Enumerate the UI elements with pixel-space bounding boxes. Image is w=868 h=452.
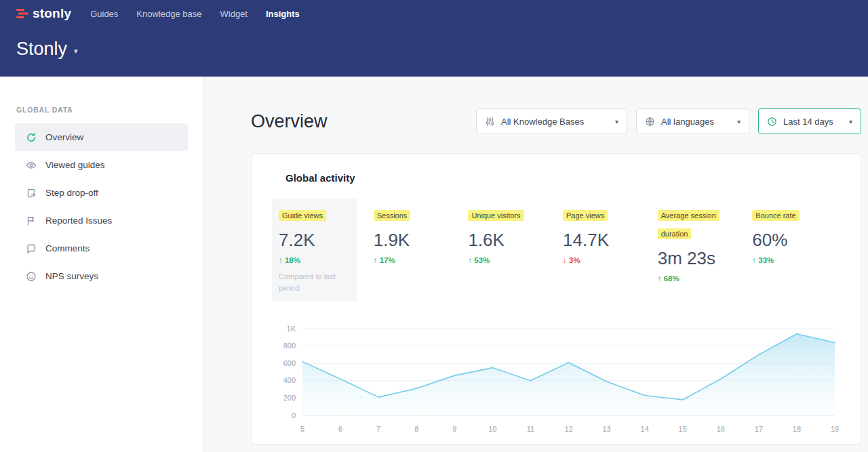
delta-arrow-icon: ↑ [468,256,472,264]
card-title: Global activity [252,154,861,184]
metric-label: Page views [563,210,608,221]
filter-languages[interactable]: All languages ▾ [636,108,749,134]
svg-text:14: 14 [641,425,649,433]
workspace-title: Stonly [16,39,67,60]
svg-text:12: 12 [564,425,572,433]
global-activity-chart: 02004006008001K5678910111213141516171819 [272,322,840,438]
smiley-icon [26,271,37,282]
flag-icon [26,215,37,226]
metric-value: 3m 23s [658,248,746,269]
workspace-switcher[interactable]: Stonly ▾ [16,39,852,60]
metric-compare-note: Compared to last period [279,271,341,293]
eye-icon [26,160,37,171]
sidebar: GLOBAL DATA Overview Viewed guides [0,77,203,452]
nav-item-widget[interactable]: Widget [220,9,248,19]
svg-text:13: 13 [602,425,610,433]
delta-value: 3% [569,256,580,264]
sidebar-item-label: Overview [45,132,83,142]
metric-unique-visitors[interactable]: Unique visitors 1.6K ↑ 53% [461,199,556,302]
metric-label: Sessions [374,210,411,221]
globe-icon [645,117,655,127]
sidebar-item-label: Reported Issues [45,215,112,226]
sidebar-item-label: Viewed guides [45,160,105,170]
chevron-down-icon: ▾ [74,47,78,56]
chevron-down-icon: ▾ [615,118,618,125]
metric-label: Bounce rate [752,210,799,221]
metric-delta: ↓ 3% [563,256,651,264]
metric-value: 60% [752,230,840,251]
sidebar-item-step-drop-off[interactable]: Step drop-off [15,179,188,207]
filter-label: All languages [661,117,714,127]
clock-icon [767,117,777,127]
filter-label: Last 14 days [783,117,833,127]
nav-item-guides[interactable]: Guides [90,9,118,19]
page-title: Overview [251,111,328,132]
svg-text:600: 600 [283,359,296,367]
metric-value: 1.9K [374,230,462,251]
metric-value: 7.2K [279,230,350,251]
metric-delta: ↑ 53% [468,256,556,264]
metric-label: Guide views [279,210,326,221]
sliders-icon [485,117,495,127]
comment-icon [26,243,37,254]
filter-knowledge-bases[interactable]: All Knowledge Bases ▾ [476,108,627,134]
delta-value: 68% [664,274,679,283]
delta-value: 17% [380,256,395,264]
metric-delta: ↑ 18% [279,256,350,264]
nav-item-insights[interactable]: Insights [266,9,300,19]
sidebar-item-viewed-guides[interactable]: Viewed guides [15,151,188,179]
sidebar-item-overview[interactable]: Overview [15,123,188,151]
app-header: stonly Guides Knowledge base Widget Insi… [0,0,868,77]
chevron-down-icon: ▾ [737,118,741,125]
brand-name: stonly [33,6,71,21]
delta-value: 18% [285,256,300,264]
sidebar-item-label: Comments [45,243,90,253]
metric-delta: ↑ 33% [752,256,840,264]
metric-avg-session-duration[interactable]: Average session duration 3m 23s ↑ 68% [651,199,746,302]
metric-guide-views[interactable]: Guide views 7.2K ↑ 18% Compared to last … [272,199,357,302]
sidebar-item-label: NPS surveys [45,271,98,281]
sidebar-section-label: GLOBAL DATA [16,106,203,114]
svg-text:19: 19 [831,425,839,433]
metric-delta: ↑ 68% [658,274,746,283]
sidebar-item-nps-surveys[interactable]: NPS surveys [15,262,188,290]
stonly-logo[interactable]: stonly [16,6,71,21]
delta-arrow-icon: ↑ [752,256,756,264]
metric-sessions[interactable]: Sessions 1.9K ↑ 17% [367,199,462,302]
delta-arrow-icon: ↑ [279,256,283,264]
metric-bounce-rate[interactable]: Bounce rate 60% ↑ 33% [745,199,840,302]
sidebar-item-reported-issues[interactable]: Reported Issues [15,207,188,234]
metrics-row: Guide views 7.2K ↑ 18% Compared to last … [272,199,840,302]
svg-text:10: 10 [488,425,496,433]
svg-text:7: 7 [376,425,380,433]
global-activity-card: Global activity Guide views 7.2K ↑ 18% C… [251,153,861,445]
svg-text:1K: 1K [287,325,296,333]
stonly-logo-icon [16,8,28,19]
svg-text:6: 6 [338,425,342,433]
filter-label: All Knowledge Bases [501,117,584,127]
delta-arrow-icon: ↑ [658,274,662,283]
delta-arrow-icon: ↑ [374,256,378,264]
delta-value: 53% [474,256,490,264]
svg-text:800: 800 [283,342,296,350]
filter-date-range[interactable]: Last 14 days ▾ [758,108,861,134]
svg-text:11: 11 [527,425,534,433]
svg-text:200: 200 [283,394,296,402]
svg-text:5: 5 [300,425,304,433]
activity-area-chart: 02004006008001K5678910111213141516171819 [272,322,842,436]
chevron-down-icon: ▾ [849,118,852,125]
svg-text:0: 0 [292,411,296,419]
metric-label: Average session duration [658,210,719,239]
metric-page-views[interactable]: Page views 14.7K ↓ 3% [556,199,651,302]
overview-icon [26,132,37,143]
delta-value: 33% [758,256,774,264]
svg-text:17: 17 [755,425,763,433]
svg-text:18: 18 [793,425,801,433]
svg-text:8: 8 [414,425,418,433]
main-content: Overview All Knowledge Bases ▾ [203,77,868,452]
nav-item-knowledge-base[interactable]: Knowledge base [136,9,201,19]
metric-value: 14.7K [563,230,651,251]
metric-delta: ↑ 17% [374,256,462,264]
sidebar-item-comments[interactable]: Comments [15,234,188,262]
metric-value: 1.6K [468,230,556,251]
